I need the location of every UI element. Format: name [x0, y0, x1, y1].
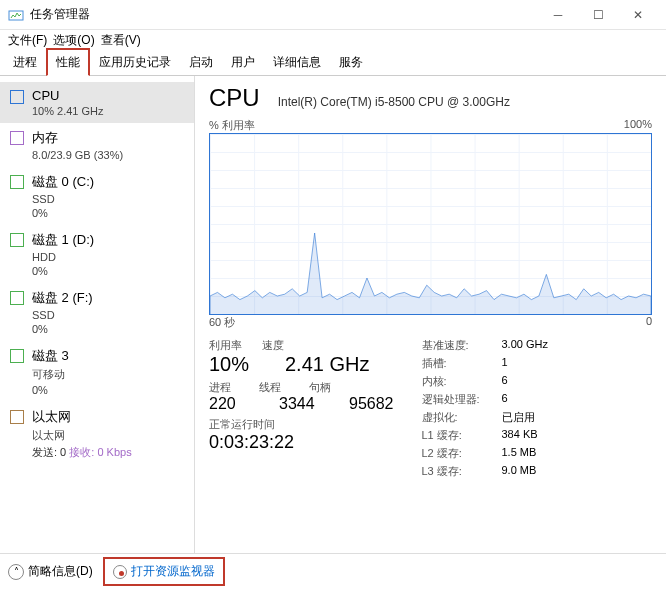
util-label: 利用率 [209, 338, 242, 353]
close-button[interactable]: ✕ [618, 0, 658, 30]
stats-right: 基准速度:3.00 GHz 插槽:1 内核:6 逻辑处理器:6 虚拟化:已启用 … [422, 338, 548, 482]
virt-l: 虚拟化: [422, 410, 502, 425]
threads-value: 3344 [279, 395, 321, 413]
cpu-model: Intel(R) Core(TM) i5-8500 CPU @ 3.00GHz [278, 95, 510, 109]
main-panel: CPU Intel(R) Core(TM) i5-8500 CPU @ 3.00… [195, 76, 666, 553]
menu-view[interactable]: 查看(V) [101, 32, 141, 49]
threads-label: 线程 [259, 380, 281, 395]
resource-monitor-label: 打开资源监视器 [131, 563, 215, 580]
sidebar-item-title: 内存 [32, 129, 123, 147]
sidebar-item-3[interactable]: 磁盘 1 (D:)HDD0% [0, 225, 194, 283]
sidebar-item-sub2: 0% [32, 207, 94, 219]
sidebar-item-5[interactable]: 磁盘 3可移动0% [0, 341, 194, 402]
l1-v: 384 KB [502, 428, 538, 443]
tab-performance[interactable]: 性能 [46, 48, 90, 76]
cores-l: 内核: [422, 374, 502, 389]
sidebar-item-title: 磁盘 3 [32, 347, 69, 365]
sidebar-item-sub: SSD [32, 193, 94, 205]
sidebar-item-sub2: 0% [32, 265, 94, 277]
sidebar-item-title: CPU [32, 88, 104, 103]
sidebar-item-sub: 可移动 [32, 367, 69, 382]
handles-label: 句柄 [309, 380, 331, 395]
speed-label: 速度 [262, 338, 284, 353]
sidebar-item-1[interactable]: 内存8.0/23.9 GB (33%) [0, 123, 194, 167]
fewer-details-button[interactable]: ˄ 简略信息(D) [8, 563, 93, 580]
thumb-icon [10, 175, 24, 189]
thumb-icon [10, 349, 24, 363]
sidebar-item-sub: HDD [32, 251, 94, 263]
speed-value: 2.41 GHz [285, 353, 369, 376]
open-resource-monitor-link[interactable]: 打开资源监视器 [103, 557, 225, 586]
procs-label: 进程 [209, 380, 231, 395]
procs-value: 220 [209, 395, 251, 413]
sidebar-item-title: 磁盘 0 (C:) [32, 173, 94, 191]
sidebar-item-4[interactable]: 磁盘 2 (F:)SSD0% [0, 283, 194, 341]
uptime-value: 0:03:23:22 [209, 432, 394, 453]
sidebar-item-title: 以太网 [32, 408, 132, 426]
thumb-icon [10, 233, 24, 247]
sockets-l: 插槽: [422, 356, 502, 371]
l2-v: 1.5 MB [502, 446, 537, 461]
logical-v: 6 [502, 392, 508, 407]
l2-l: L2 缓存: [422, 446, 502, 461]
tab-services[interactable]: 服务 [330, 49, 372, 75]
titlebar: 任务管理器 ─ ☐ ✕ [0, 0, 666, 30]
virt-v: 已启用 [502, 410, 535, 425]
thumb-icon [10, 131, 24, 145]
stats-left: 利用率 速度 10% 2.41 GHz 进程 线程 句柄 220 3344 95… [209, 338, 394, 482]
tab-startup[interactable]: 启动 [180, 49, 222, 75]
l3-l: L3 缓存: [422, 464, 502, 479]
thumb-icon [10, 291, 24, 305]
chart-label-left: % 利用率 [209, 118, 255, 133]
tabs: 进程 性能 应用历史记录 启动 用户 详细信息 服务 [0, 50, 666, 76]
menu-options[interactable]: 选项(O) [53, 32, 94, 49]
sidebar-item-title: 磁盘 1 (D:) [32, 231, 94, 249]
uptime-label: 正常运行时间 [209, 417, 394, 432]
sidebar-item-0[interactable]: CPU10% 2.41 GHz [0, 82, 194, 123]
cores-v: 6 [502, 374, 508, 389]
sidebar-item-sub: 8.0/23.9 GB (33%) [32, 149, 123, 161]
sidebar-item-net: 发送: 0 接收: 0 Kbps [32, 445, 132, 460]
fewer-details-label: 简略信息(D) [28, 563, 93, 580]
l3-v: 9.0 MB [502, 464, 537, 479]
chart-label-right: 100% [624, 118, 652, 133]
sidebar-item-sub2: 0% [32, 323, 93, 335]
base-speed-v: 3.00 GHz [502, 338, 548, 353]
chevron-up-icon: ˄ [8, 564, 24, 580]
sidebar-item-sub: 10% 2.41 GHz [32, 105, 104, 117]
l1-l: L1 缓存: [422, 428, 502, 443]
tab-app-history[interactable]: 应用历史记录 [90, 49, 180, 75]
minimize-button[interactable]: ─ [538, 0, 578, 30]
thumb-icon [10, 410, 24, 424]
sidebar: CPU10% 2.41 GHz内存8.0/23.9 GB (33%)磁盘 0 (… [0, 76, 195, 553]
footer: ˄ 简略信息(D) 打开资源监视器 [0, 553, 666, 589]
chart-xleft: 60 秒 [209, 315, 235, 330]
tab-details[interactable]: 详细信息 [264, 49, 330, 75]
sockets-v: 1 [502, 356, 508, 371]
sidebar-item-2[interactable]: 磁盘 0 (C:)SSD0% [0, 167, 194, 225]
sidebar-item-sub2: 0% [32, 384, 69, 396]
sidebar-item-sub: 以太网 [32, 428, 132, 443]
chart-xright: 0 [646, 315, 652, 330]
window-title: 任务管理器 [30, 6, 538, 23]
sidebar-item-title: 磁盘 2 (F:) [32, 289, 93, 307]
tab-processes[interactable]: 进程 [4, 49, 46, 75]
sidebar-item-sub: SSD [32, 309, 93, 321]
menu-file[interactable]: 文件(F) [8, 32, 47, 49]
resource-monitor-icon [113, 565, 127, 579]
base-speed-l: 基准速度: [422, 338, 502, 353]
tab-users[interactable]: 用户 [222, 49, 264, 75]
handles-value: 95682 [349, 395, 394, 413]
cpu-chart [209, 133, 652, 315]
logical-l: 逻辑处理器: [422, 392, 502, 407]
util-value: 10% [209, 353, 265, 376]
menubar: 文件(F) 选项(O) 查看(V) [0, 30, 666, 50]
thumb-icon [10, 90, 24, 104]
app-icon [8, 7, 24, 23]
sidebar-item-6[interactable]: 以太网以太网发送: 0 接收: 0 Kbps [0, 402, 194, 466]
main-title: CPU [209, 84, 260, 112]
maximize-button[interactable]: ☐ [578, 0, 618, 30]
